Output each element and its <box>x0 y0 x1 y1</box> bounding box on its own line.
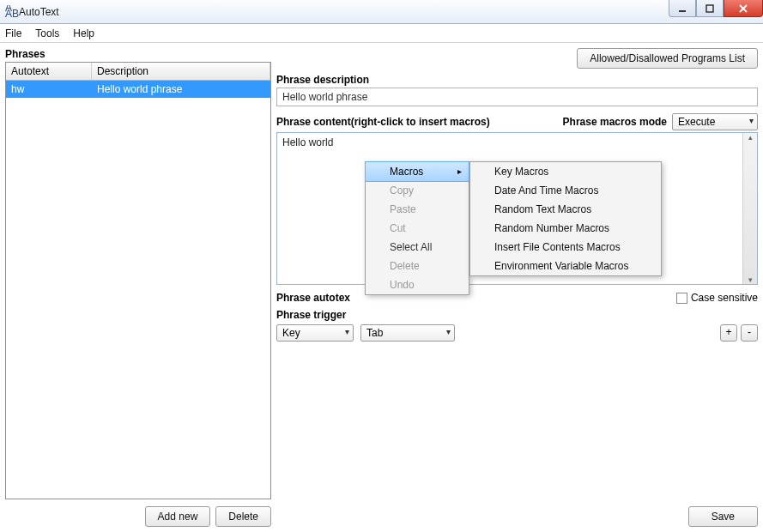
allowed-programs-button[interactable]: Allowed/Disallowed Programs List <box>577 48 758 69</box>
menu-item-cut[interactable]: Cut <box>366 219 469 238</box>
menubar: File Tools Help <box>0 24 763 43</box>
col-description[interactable]: Description <box>92 63 270 80</box>
phrase-description-input[interactable]: Hello world phrase <box>276 88 758 106</box>
cell-description: Hello world phrase <box>92 81 270 98</box>
app-icon: AABC <box>5 5 19 19</box>
submenu-random-number-macros[interactable]: Random Number Macros <box>470 219 661 238</box>
submenu-random-text-macros[interactable]: Random Text Macros <box>470 200 661 219</box>
menu-item-paste[interactable]: Paste <box>366 200 469 219</box>
editor-panel: Allowed/Disallowed Programs List Phrase … <box>276 48 758 527</box>
phrase-autotext-label: Phrase autotex <box>276 292 350 304</box>
phrase-description-label: Phrase description <box>276 74 758 86</box>
phrases-grid[interactable]: Autotext Description hw Hello world phra… <box>5 62 271 499</box>
window-title: AutoText <box>19 6 59 18</box>
macros-submenu: Key Macros Date And Time Macros Random T… <box>469 161 662 276</box>
save-button[interactable]: Save <box>688 506 758 527</box>
delete-button[interactable]: Delete <box>215 506 271 527</box>
submenu-key-macros[interactable]: Key Macros <box>470 162 661 181</box>
macros-mode-select[interactable]: Execute <box>672 113 758 130</box>
chevron-right-icon: ▸ <box>457 166 462 176</box>
menu-item-select-all[interactable]: Select All <box>366 238 469 257</box>
titlebar: AABC AutoText <box>0 0 763 24</box>
case-sensitive-checkbox[interactable] <box>676 293 687 304</box>
cell-autotext: hw <box>6 81 92 98</box>
window-buttons <box>669 0 763 17</box>
add-trigger-button[interactable]: + <box>720 324 737 342</box>
submenu-date-macros[interactable]: Date And Time Macros <box>470 181 661 200</box>
submenu-insert-file-macros[interactable]: Insert File Contents Macros <box>470 238 661 257</box>
remove-trigger-button[interactable]: - <box>741 324 758 342</box>
svg-rect-3 <box>706 5 713 12</box>
menu-item-undo[interactable]: Undo <box>366 275 469 294</box>
col-autotext[interactable]: Autotext <box>6 63 92 80</box>
menu-tools[interactable]: Tools <box>35 27 59 39</box>
add-new-button[interactable]: Add new <box>145 506 211 527</box>
submenu-env-var-macros[interactable]: Environment Variable Macros <box>470 257 661 275</box>
context-menu: Macros ▸ Copy Paste Cut Select All Delet… <box>365 161 469 295</box>
menu-help[interactable]: Help <box>73 27 94 39</box>
table-row[interactable]: hw Hello world phrase <box>6 81 270 98</box>
close-button[interactable] <box>724 0 763 17</box>
menu-file[interactable]: File <box>5 27 21 39</box>
phrases-panel: Phrases Autotext Description hw Hello wo… <box>5 48 271 527</box>
grid-header: Autotext Description <box>6 63 270 81</box>
svg-text:ABC: ABC <box>5 8 19 19</box>
case-sensitive-label: Case sensitive <box>691 292 758 304</box>
trigger-key-select[interactable]: Tab <box>360 324 455 342</box>
menu-item-copy[interactable]: Copy <box>366 181 469 200</box>
menu-item-macros[interactable]: Macros ▸ <box>365 161 469 182</box>
minimize-button[interactable] <box>669 0 696 17</box>
phrases-label: Phrases <box>5 48 271 60</box>
phrase-trigger-label: Phrase trigger <box>276 309 758 321</box>
phrase-content-label: Phrase content(right-click to insert mac… <box>276 116 490 128</box>
menu-item-delete[interactable]: Delete <box>366 257 469 275</box>
scrollbar[interactable] <box>742 133 757 284</box>
maximize-button[interactable] <box>696 0 724 17</box>
trigger-type-select[interactable]: Key <box>276 324 354 342</box>
macros-mode-label: Phrase macros mode <box>563 116 667 128</box>
phrase-content-text: Hello world <box>282 136 333 148</box>
